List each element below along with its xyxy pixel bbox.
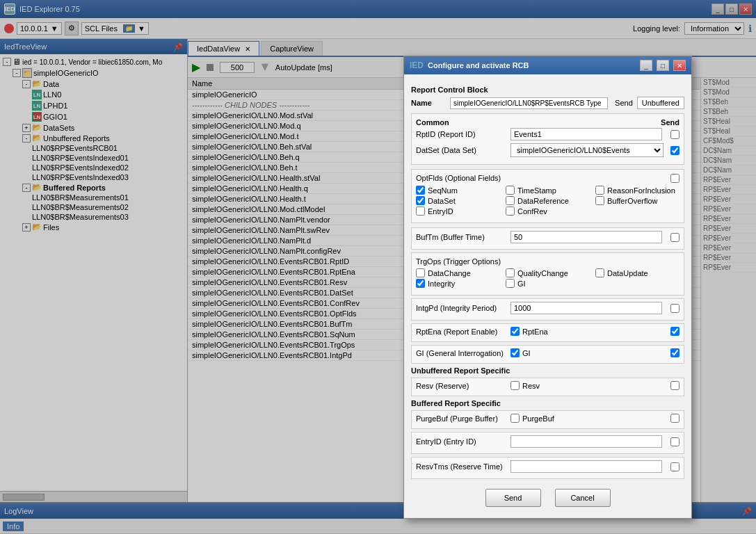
rptid-input[interactable] xyxy=(510,128,662,140)
qualitychange-checkbox[interactable] xyxy=(506,268,515,277)
trgop-integrity: Integrity xyxy=(416,279,500,288)
bufferoverflow-checkbox[interactable] xyxy=(595,196,604,205)
optflds-grid: SeqNum TimeStamp ReasonForInclusion Data… xyxy=(416,186,679,216)
resv-send-checkbox[interactable] xyxy=(670,381,679,390)
entryid-input[interactable] xyxy=(510,435,662,448)
resvtms-input[interactable] xyxy=(510,460,662,473)
buffered-specific-header: Buffered Report Specific xyxy=(411,399,684,407)
entryid-send-checkbox[interactable] xyxy=(670,437,679,446)
gi-trgop-checkbox[interactable] xyxy=(506,279,515,288)
common-section: Common Send RptID (Report ID) DatSet (Da… xyxy=(411,113,684,165)
timestamp-checkbox[interactable] xyxy=(506,186,515,195)
purgebuf-checkbox-row: PurgeBuf xyxy=(510,414,554,423)
purgebuf-section: PurgeBuf (Purge Buffer) PurgeBuf xyxy=(411,410,684,429)
reasonforinclusion-checkbox[interactable] xyxy=(595,186,604,195)
cancel-button[interactable]: Cancel xyxy=(555,489,611,507)
rcb-close-button[interactable]: ✕ xyxy=(673,60,686,71)
intgpd-send-checkbox[interactable] xyxy=(670,304,679,313)
purgebuf-checkbox[interactable] xyxy=(510,414,520,423)
rptena-checkbox-label: RptEna xyxy=(522,327,548,336)
dataset-label: DatSet (Data Set) xyxy=(416,146,506,154)
rcb-body: Report Control Block Name Send Unbuffere… xyxy=(404,74,691,518)
common-label: Common xyxy=(416,118,449,127)
trgop-gi: GI xyxy=(506,279,590,288)
gi-section: GI (General Interrogation) GI xyxy=(411,345,684,364)
buftm-section: BufTm (Buffer Time) xyxy=(411,227,684,250)
purgebuf-send-checkbox[interactable] xyxy=(670,414,679,423)
gi-checkbox-row: GI xyxy=(510,348,531,357)
intgpd-input[interactable] xyxy=(510,302,662,314)
dialog-overlay: IED Configure and activate RCB _ □ ✕ Rep… xyxy=(0,0,756,534)
optfld-entryid: EntryID xyxy=(416,207,500,216)
optfld-datareference: DataReference xyxy=(506,196,590,205)
resv-checkbox-row: Resv xyxy=(510,381,540,390)
intgpd-section: IntgPd (Integrity Period) xyxy=(411,298,684,321)
unbuffered-specific-header: Unbuffered Report Specific xyxy=(411,366,684,375)
rcb-type-label: Send xyxy=(615,99,633,107)
rcb-title: Configure and activate RCB xyxy=(428,61,636,70)
entryid-checkbox[interactable] xyxy=(416,207,425,216)
gi-row: GI (General Interrogation) GI xyxy=(416,348,679,357)
resvtms-row: ResvTms (Reserve Time) xyxy=(416,460,679,473)
optflds-section: OptFlds (Optional Fields) SeqNum TimeSta… xyxy=(411,169,684,223)
trgops-grid: DataChange QualityChange DataUpdate Inte… xyxy=(416,268,679,288)
dataset-row: DatSet (Data Set) simpleIOGenericIO/LLN0… xyxy=(416,143,679,157)
dialog-buttons: Send Cancel xyxy=(411,483,684,512)
buftm-input[interactable] xyxy=(510,231,662,243)
trgops-label: TrgOps (Trigger Options) xyxy=(416,257,501,266)
rcb-type-value: Unbuffered xyxy=(637,97,684,109)
intgpd-label: IntgPd (Integrity Period) xyxy=(416,304,506,312)
rcb-minimize-button[interactable]: _ xyxy=(640,60,652,71)
datareference-checkbox[interactable] xyxy=(506,196,515,205)
dataupdate-checkbox[interactable] xyxy=(595,268,604,277)
optflds-send-checkbox[interactable] xyxy=(670,174,679,183)
rcb-icon: IED xyxy=(410,60,424,70)
send-button[interactable]: Send xyxy=(485,489,541,507)
rcb-maximize-button[interactable]: □ xyxy=(657,60,669,71)
resv-checkbox-label: Resv xyxy=(522,382,540,390)
optfld-seqnum: SeqNum xyxy=(416,186,500,195)
optfld-reasonforinclusion: ReasonForInclusion xyxy=(595,186,679,195)
integrity-checkbox[interactable] xyxy=(416,279,425,288)
rcb-dialog: IED Configure and activate RCB _ □ ✕ Rep… xyxy=(403,56,692,519)
resvtms-send-checkbox[interactable] xyxy=(670,462,679,471)
rptid-row: RptID (Report ID) xyxy=(416,128,679,140)
gi-send-checkbox[interactable] xyxy=(670,348,679,357)
dataset-send-checkbox[interactable] xyxy=(670,146,679,155)
optfld-confrev: ConfRev xyxy=(506,207,590,216)
entryid-row: EntryID (Entry ID) xyxy=(416,435,679,448)
buftm-send-checkbox[interactable] xyxy=(670,233,679,242)
buftm-row: BufTm (Buffer Time) xyxy=(416,231,679,243)
rptena-section: RptEna (Report Enable) RptEna xyxy=(411,323,684,342)
rptena-send-checkbox[interactable] xyxy=(670,327,679,336)
purgebuf-row: PurgeBuf (Purge Buffer) PurgeBuf xyxy=(416,414,679,423)
intgpd-row: IntgPd (Integrity Period) xyxy=(416,302,679,314)
confrev-checkbox[interactable] xyxy=(506,207,515,216)
trgops-section: TrgOps (Trigger Options) DataChange Qual… xyxy=(411,252,684,296)
rptena-checkbox[interactable] xyxy=(510,327,520,336)
resv-checkbox[interactable] xyxy=(510,381,520,390)
gi-checkbox[interactable] xyxy=(510,348,520,357)
datachange-checkbox[interactable] xyxy=(416,268,425,277)
seqnum-checkbox[interactable] xyxy=(416,186,425,195)
rcb-name-input[interactable] xyxy=(450,97,608,109)
dataset-select[interactable]: simpleIOGenericIO/LLN0$Events xyxy=(510,143,663,157)
resv-label: Resv (Reserve) xyxy=(416,382,506,390)
entryid-section: EntryID (Entry ID) xyxy=(411,432,684,454)
trgop-dataupdate: DataUpdate xyxy=(595,268,679,277)
purgebuf-checkbox-label: PurgeBuf xyxy=(522,414,554,423)
trgop-qualitychange: QualityChange xyxy=(506,268,590,277)
rptena-checkbox-row: RptEna xyxy=(510,327,548,336)
trgop-datachange: DataChange xyxy=(416,268,500,277)
resvtms-label: ResvTms (Reserve Time) xyxy=(416,462,506,471)
rptid-send-checkbox[interactable] xyxy=(670,130,679,139)
optflds-label: OptFlds (Optional Fields) xyxy=(416,174,501,183)
resvtms-section: ResvTms (Reserve Time) xyxy=(411,457,684,479)
rptena-row: RptEna (Report Enable) RptEna xyxy=(416,327,679,336)
dataset-checkbox[interactable] xyxy=(416,196,425,205)
resv-section: Resv (Reserve) Resv xyxy=(411,378,684,396)
gi-label: GI (General Interrogation) xyxy=(416,349,506,357)
rcb-section-header: Report Control Block xyxy=(411,86,684,94)
gi-checkbox-label: GI xyxy=(522,349,531,357)
rcb-title-bar: IED Configure and activate RCB _ □ ✕ xyxy=(404,56,691,74)
